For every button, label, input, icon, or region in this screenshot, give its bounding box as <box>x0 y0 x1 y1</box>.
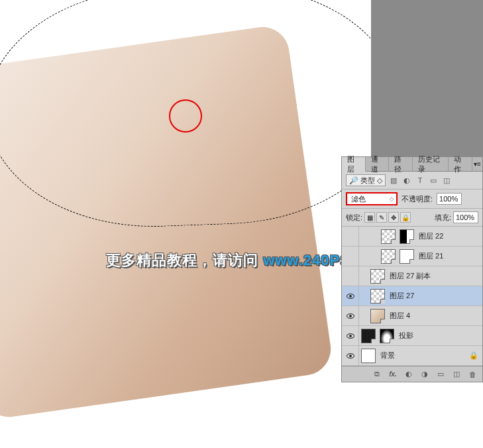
eye-icon <box>347 294 354 299</box>
panel-footer: ⧉ fx. ◐ ◑ ▭ ◫ 🗑 <box>342 366 482 382</box>
layer-row[interactable]: 背景🔒 <box>342 346 482 366</box>
smart-object-icon <box>409 239 414 244</box>
layer-thumbnail[interactable] <box>361 329 376 343</box>
filter-smart-icon[interactable]: ◫ <box>441 175 452 186</box>
app-background <box>371 0 483 156</box>
smart-object-icon <box>380 319 385 323</box>
layer-row[interactable]: 图层 27 <box>342 286 482 306</box>
filter-shape-icon[interactable]: ▭ <box>428 175 439 186</box>
layer-name[interactable]: 投影 <box>399 331 413 341</box>
lock-all-icon[interactable]: 🔒 <box>400 212 411 223</box>
lock-row: 锁定: ▦ ✎ ✥ 🔒 填充: 100% <box>342 209 482 227</box>
opacity-input[interactable]: 100% <box>437 193 462 205</box>
eye-icon <box>347 313 354 319</box>
tab-layers[interactable]: 图层 <box>342 157 366 172</box>
smart-object-icon <box>371 339 376 343</box>
smart-object-icon <box>391 239 396 244</box>
filter-type-icon[interactable]: T <box>415 175 425 186</box>
filter-kind-label: 类型 <box>360 176 375 186</box>
visibility-toggle[interactable] <box>342 247 359 266</box>
layer-thumbnail[interactable] <box>381 249 396 264</box>
filter-kind-select[interactable]: 🔎 类型 ◇ <box>346 174 386 186</box>
fill-label: 填充: <box>435 213 451 223</box>
layer-thumbnail[interactable] <box>381 229 396 244</box>
layer-name[interactable]: 图层 22 <box>419 231 443 241</box>
lock-move-icon[interactable]: ✥ <box>388 212 399 223</box>
add-mask-icon[interactable]: ◐ <box>403 369 415 380</box>
visibility-toggle[interactable] <box>342 326 359 345</box>
layer-row[interactable]: 图层 4 <box>342 306 482 326</box>
visibility-toggle[interactable] <box>342 346 359 365</box>
lock-pixels-icon[interactable]: ▦ <box>364 212 375 223</box>
layer-row[interactable]: 图层 27 副本 <box>342 266 482 286</box>
filter-image-icon[interactable]: ▧ <box>388 175 399 186</box>
layer-name[interactable]: 图层 27 副本 <box>390 271 431 281</box>
visibility-toggle[interactable] <box>342 306 359 325</box>
filter-row: 🔎 类型 ◇ ▧ ◐ T ▭ ◫ <box>342 172 482 190</box>
opacity-label: 不透明度: <box>402 194 433 204</box>
panel-tabs: 图层 通道 路径 历史记录 动作 ▾≡ <box>342 157 482 172</box>
lock-icons: ▦ ✎ ✥ 🔒 <box>364 212 411 223</box>
tab-history[interactable]: 历史记录 <box>413 157 449 171</box>
smart-object-icon <box>391 259 396 264</box>
brush-cursor <box>169 99 202 133</box>
adjustment-layer-icon[interactable]: ◑ <box>419 369 431 380</box>
layer-name[interactable]: 图层 4 <box>390 311 410 321</box>
fx-icon[interactable]: fx. <box>387 369 399 380</box>
layer-thumbnail[interactable] <box>370 309 385 323</box>
lock-paint-icon[interactable]: ✎ <box>376 212 387 223</box>
layer-name[interactable]: 图层 21 <box>419 251 443 261</box>
smart-object-icon <box>380 299 385 304</box>
layers-list: 图层 22图层 21图层 27 副本图层 27图层 4投影背景🔒 <box>342 227 482 366</box>
search-icon: 🔎 <box>349 176 358 185</box>
tab-channels[interactable]: 通道 <box>366 157 390 171</box>
lock-label: 锁定: <box>346 213 362 223</box>
layer-name[interactable]: 图层 27 <box>390 291 414 301</box>
visibility-toggle[interactable] <box>342 266 359 286</box>
visibility-toggle[interactable] <box>342 286 359 306</box>
smart-object-icon <box>409 259 414 264</box>
blend-mode-value: 滤色 <box>351 194 366 204</box>
smart-object-icon <box>390 339 394 343</box>
layer-row[interactable]: 图层 21 <box>342 247 482 266</box>
layer-row[interactable]: 图层 22 <box>342 227 482 247</box>
trash-icon[interactable]: 🗑 <box>466 369 478 380</box>
tab-actions[interactable]: 动作 <box>449 157 472 171</box>
layer-thumbnail[interactable] <box>370 269 385 284</box>
watermark-label: 更多精品教程，请访问 <box>106 252 263 268</box>
opacity-value: 100% <box>439 195 458 203</box>
filter-adjust-icon[interactable]: ◐ <box>402 175 412 186</box>
layer-thumbnail[interactable] <box>370 289 385 304</box>
link-layers-icon[interactable]: ⧉ <box>371 369 383 380</box>
layer-thumbnail[interactable] <box>361 349 376 363</box>
layers-panel: 图层 通道 路径 历史记录 动作 ▾≡ 🔎 类型 ◇ ▧ ◐ T ▭ ◫ 滤色 … <box>341 156 483 382</box>
fill-value: 100% <box>456 213 474 221</box>
artwork-object <box>0 24 334 421</box>
lock-icon: 🔒 <box>469 351 478 360</box>
blend-row: 滤色 不透明度: 100% <box>342 190 482 209</box>
layer-name[interactable]: 背景 <box>380 351 395 361</box>
eye-icon <box>347 333 354 339</box>
fill-input[interactable]: 100% <box>453 211 478 223</box>
chevron-icon: ◇ <box>377 176 382 185</box>
canvas-area[interactable] <box>0 0 371 448</box>
new-layer-icon[interactable]: ◫ <box>451 369 462 380</box>
layer-thumbnail[interactable] <box>400 229 414 244</box>
layer-row[interactable]: 投影 <box>342 326 482 346</box>
blend-mode-select[interactable]: 滤色 <box>346 192 398 205</box>
tab-paths[interactable]: 路径 <box>389 157 413 171</box>
visibility-toggle[interactable] <box>342 227 359 246</box>
group-icon[interactable]: ▭ <box>435 369 447 380</box>
layer-thumbnail[interactable] <box>400 249 414 264</box>
layer-thumbnail[interactable] <box>380 329 394 343</box>
panel-menu-icon[interactable]: ▾≡ <box>472 157 482 171</box>
eye-icon <box>347 353 354 359</box>
smart-object-icon <box>380 279 385 284</box>
